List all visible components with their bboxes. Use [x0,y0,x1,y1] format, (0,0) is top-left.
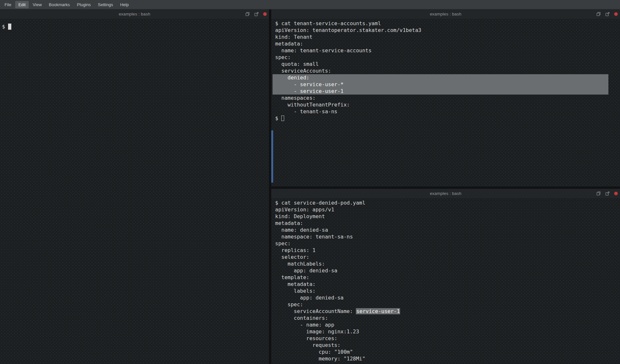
terminal-line: metadata: [275,281,620,288]
terminal-line: containers: [275,315,620,321]
terminal-line: namespaces: [275,95,620,101]
terminal-pane-top-right: examples : bash $ cat tenant-service-acc… [271,9,620,187]
menu-settings[interactable]: Settings [95,1,116,8]
maximize-view-icon[interactable] [596,12,601,16]
terminal-line: quota: small [275,61,620,67]
terminal-line: namespace: tenant-sa-ns [275,233,620,240]
maximize-view-icon[interactable] [596,191,601,196]
terminal-line: requests: [275,342,620,349]
service-account-value-highlight: service-user-1 [356,308,400,314]
terminal-line: image: nginx:1.23 [275,328,620,335]
hollow-cursor [281,116,284,121]
terminal-prompt-line: $ [2,23,269,30]
terminal-line: resources: [275,335,620,342]
bottom-right-pane-header: examples : bash [271,189,620,198]
pane-divider-horizontal[interactable] [271,187,620,189]
terminal-line: replicas: 1 [275,247,620,254]
terminal-line: spec: [275,54,620,61]
menu-plugins[interactable]: Plugins [74,1,94,8]
terminal-line: metadata: [275,40,620,47]
left-pane-header: examples : bash [0,9,269,19]
terminal-line-selected: - service-user-* [273,81,608,88]
menu-view[interactable]: View [29,1,45,8]
terminal-line: apiVersion: tenantoperator.stakater.com/… [275,27,620,34]
terminal-line: labels: [275,288,620,294]
terminal-pane-bottom-right: examples : bash $ cat service-denied-pod… [271,189,620,364]
left-pane-title: examples : bash [119,12,150,16]
terminal-line: selector: [275,254,620,260]
detach-view-icon[interactable] [254,12,259,16]
scrollbar-thumb[interactable] [271,130,273,183]
terminal-line: memory: "128Mi" [275,355,620,362]
right-column: examples : bash $ cat tenant-service-acc… [271,9,620,364]
terminal-window: File Edit View Bookmarks Plugins Setting… [0,0,620,364]
menu-file[interactable]: File [1,1,15,8]
menu-edit[interactable]: Edit [15,1,29,8]
left-pane-controls [245,9,267,19]
close-view-button[interactable] [263,12,267,16]
detach-view-icon[interactable] [605,191,610,196]
terminal-line: - name: app [275,321,620,328]
terminal-line: withoutTenantPrefix: [275,101,620,108]
terminal-prompt-line: $ [275,115,620,122]
bottom-right-pane-title: examples : bash [430,191,461,196]
terminal-line: app: denied-sa [275,267,620,274]
pane-divider-vertical[interactable] [269,9,271,364]
terminal-line: kind: Tenant [275,34,620,40]
terminal-line: apiVersion: apps/v1 [275,206,620,213]
terminal-line: $ cat service-denied-pod.yaml [275,199,620,206]
terminal-line: app: denied-sa [275,294,620,301]
top-right-pane-title: examples : bash [430,12,461,16]
terminal-line: spec: [275,240,620,247]
bottom-right-terminal[interactable]: $ cat service-denied-pod.yaml apiVersion… [271,198,620,364]
close-view-button[interactable] [614,12,618,16]
terminal-pane-left: examples : bash $ [0,9,269,364]
maximize-view-icon[interactable] [245,12,250,16]
menu-bar: File Edit View Bookmarks Plugins Setting… [0,0,620,9]
terminal-line: - tenant-sa-ns [275,108,620,115]
terminal-line-selected: - service-user-1 [273,88,608,95]
shell-prompt: $ [2,24,8,30]
terminal-line-service-account: serviceAccountName: service-user-1 [275,308,620,315]
bottom-right-pane-controls [596,189,618,198]
left-terminal[interactable]: $ [0,19,269,364]
terminal-line-selected: denied: [273,74,608,81]
yaml-key: serviceAccountName: [275,308,356,314]
terminal-line: cpu: "100m" [275,349,620,355]
menu-bookmarks[interactable]: Bookmarks [46,1,73,8]
terminal-line: spec: [275,301,620,308]
terminal-line: $ cat tenant-service-accounts.yaml [275,20,620,27]
terminal-line: name: tenant-service-accounts [275,47,620,54]
terminal-line: name: denied-sa [275,227,620,233]
terminal-line: metadata: [275,220,620,227]
terminal-line: serviceAccounts: [275,67,620,74]
shell-prompt: $ [275,115,281,121]
terminal-line: matchLabels: [275,260,620,267]
menu-help[interactable]: Help [117,1,132,8]
terminal-line: kind: Deployment [275,213,620,220]
terminal-line: template: [275,274,620,281]
top-right-pane-header: examples : bash [271,9,620,19]
detach-view-icon[interactable] [605,12,610,16]
split-workspace: examples : bash $ ex [0,9,620,364]
close-view-button[interactable] [614,192,618,195]
top-right-pane-controls [596,9,618,19]
top-right-terminal[interactable]: $ cat tenant-service-accounts.yaml apiVe… [271,19,620,187]
block-cursor [8,24,11,30]
